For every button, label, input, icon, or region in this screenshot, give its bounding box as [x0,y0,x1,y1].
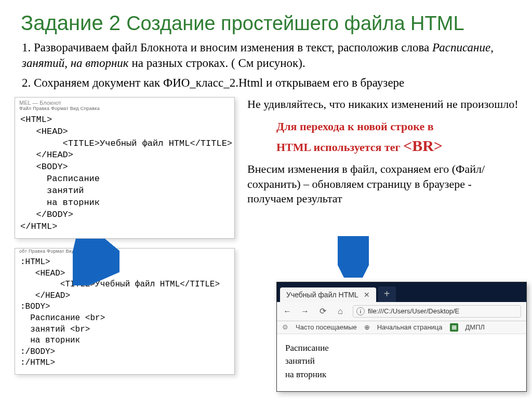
notepad-code-1: <HTML> <HEAD> <TITLE>Учебный файл HTML</… [15,113,234,234]
browser-window: Учебный файл HTML ✕ + ← → ⟳ ⌂ i file:///… [276,282,527,392]
page-line-3: на вторник [285,368,518,381]
close-icon[interactable]: ✕ [364,291,370,299]
arrow-icon-left [73,239,119,285]
globe-icon: ⊕ [364,323,370,331]
url-text: file:///C:/Users/User/Desktop/E [368,307,459,315]
title-task: Задание 2 [21,11,126,34]
new-tab-button[interactable]: + [378,286,396,302]
notepad-code-2: :HTML> <HEAD> <TITLE>Учебный файл HTML</… [15,256,234,370]
reload-icon[interactable]: ⟳ [317,306,328,316]
notepad-menu: Файл Правка Формат Вид Справка [15,106,234,113]
notepad-window-2: обт Правка Формат Вид Справка :HTML> <HE… [15,248,235,375]
notepad-title: MEL — Блокнот [15,98,234,106]
bookmark-icon-green: ▦ [450,323,458,332]
title-rest: Создание простейшего файла HTML [126,12,464,34]
note-no-change: Не удивляйтесь, что никаких изменений не… [245,95,521,117]
page-line-1: Расписание [285,341,518,355]
bookmark-favorites[interactable]: Часто посещаемые [296,323,357,331]
notepad-menu-2: обт Правка Формат Вид Справка [15,249,234,256]
back-icon[interactable]: ← [282,307,292,316]
page-line-2: занятий [285,354,518,368]
instruction-2: 2. Сохраняем документ как ФИО_класс_2.Ht… [0,75,532,95]
browser-tabstrip: Учебный файл HTML ✕ + [277,282,526,302]
arrow-icon-right [338,236,369,278]
browser-tab[interactable]: Учебный файл HTML ✕ [280,287,376,302]
info-icon[interactable]: i [356,307,365,315]
svg-line-0 [81,244,107,275]
bookmarks-bar: ⚙ Часто посещаемые ⊕ Начальная страница … [277,321,526,334]
slide-title: Задание 2 Создание простейшего файла HTM… [0,0,532,40]
notepad-window-1: MEL — Блокнот Файл Правка Формат Вид Спр… [15,97,235,239]
tab-title: Учебный файл HTML [286,291,358,299]
note-br-tag: Для перехода к новой строке в HTML испол… [245,117,521,160]
note-save-refresh: Внесим изменения в файл, сохраняем его (… [245,160,521,212]
gear-icon[interactable]: ⚙ [282,323,288,331]
instruction-1: 1. Разворачиваем файл Блокнота и вносим … [0,40,532,75]
address-bar[interactable]: i file:///C:/Users/User/Desktop/E [353,305,521,318]
bookmark-startpage[interactable]: Начальная страница [377,323,443,331]
bookmark-dmpl[interactable]: ДМПЛ [466,323,485,331]
forward-icon[interactable]: → [300,307,310,316]
browser-toolbar: ← → ⟳ ⌂ i file:///C:/Users/User/Desktop/… [277,302,526,321]
home-icon[interactable]: ⌂ [335,307,345,316]
browser-page-content: Расписание занятий на вторник [277,334,526,392]
